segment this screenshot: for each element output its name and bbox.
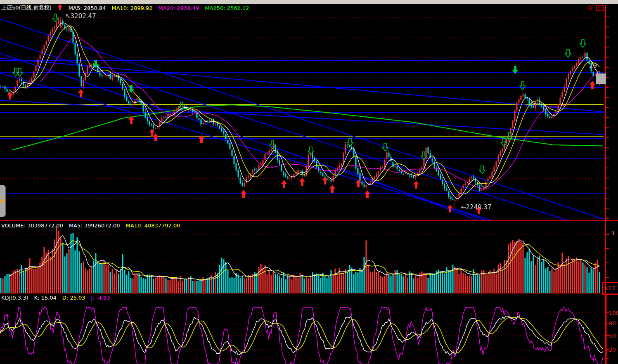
high-price-annotation: ↖3202.47 xyxy=(65,12,96,20)
kdj-k-value: K: 15.04 xyxy=(34,295,57,301)
ma10-line xyxy=(19,26,599,194)
split-window-icon[interactable] xyxy=(596,4,604,13)
kdj-axis-label-80: 80 xyxy=(609,320,618,326)
current-price-axis-tag xyxy=(596,73,606,84)
volume-ma5-value: MA5: 39926072.00 xyxy=(69,222,120,229)
kdj-d-value: D: 25.03 xyxy=(62,295,85,301)
volume-panel-header: VOLUME: 30398772.00 MA5: 39926072.00 MA1… xyxy=(1,222,180,229)
chart-canvas[interactable] xyxy=(0,0,618,364)
ma5-line xyxy=(9,23,599,199)
kdj-panel-header: KDJ(9,3,3) K: 15.04 D: 25.03 J: -4.93 xyxy=(1,295,110,301)
volume-bars xyxy=(0,227,600,293)
instrument-title: 上证50(日线.前复权) xyxy=(1,4,52,12)
low-price-annotation: ←2249.37 xyxy=(461,203,492,211)
trading-app-window: 上证50(日线.前复权) MA5: 2850.84 MA10: 2899.92 … xyxy=(0,0,618,364)
last-price-partial-label: 29 xyxy=(589,62,597,69)
expand-arrow-icon xyxy=(1,198,4,204)
kdj-k-line xyxy=(0,316,603,355)
kdj-axis-label-20: 20 xyxy=(609,347,618,353)
kdj-label: KDJ(9,3,3) xyxy=(1,295,28,301)
trendlines xyxy=(0,19,604,221)
panel-corner-icons xyxy=(586,4,604,13)
volume-corner-badge: X17 xyxy=(602,282,618,295)
kdj-axis-label-100: 100 xyxy=(609,310,618,316)
price-panel-header: 上证50(日线.前复权) MA5: 2850.84 MA10: 2899.92 … xyxy=(1,4,249,12)
ma250-value: MA250: 2562.12 xyxy=(205,5,249,11)
diamond-icon[interactable] xyxy=(586,4,594,13)
sidebar-expand-handle[interactable] xyxy=(0,185,6,217)
volume-value: VOLUME: 30398772.00 xyxy=(1,222,63,229)
volume-axis-label: 1 xyxy=(611,230,615,236)
ma5-value: MA5: 2850.84 xyxy=(69,5,106,11)
window-top-strip xyxy=(0,0,618,4)
signal-arrows xyxy=(7,14,595,214)
kdj-j-value: J: -4.93 xyxy=(91,295,110,301)
ma20-value: MA20: 2938.49 xyxy=(158,5,199,11)
volume-ma10-value: MA10: 40837792.00 xyxy=(126,222,180,229)
up-arrow-icon xyxy=(57,4,63,12)
ma10-value: MA10: 2899.92 xyxy=(111,5,152,11)
kdj-axis-label-50: 50 xyxy=(609,333,618,339)
